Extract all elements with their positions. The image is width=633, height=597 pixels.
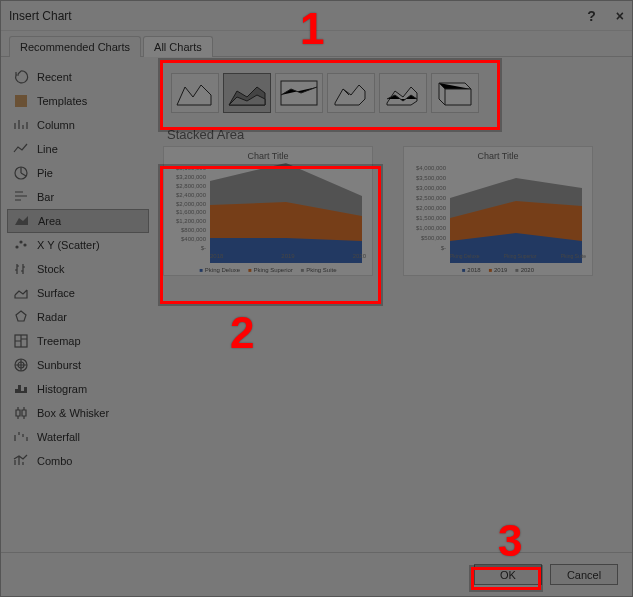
legend: Pking Deluxe Pking Superior Pking Suite bbox=[170, 267, 366, 273]
sidebar-item-sunburst[interactable]: Sunburst bbox=[7, 353, 149, 377]
waterfall-icon bbox=[13, 429, 29, 445]
templates-icon bbox=[13, 93, 29, 109]
sidebar-item-treemap[interactable]: Treemap bbox=[7, 329, 149, 353]
sidebar-item-area[interactable]: Area bbox=[7, 209, 149, 233]
surface-icon bbox=[13, 285, 29, 301]
chart-preview-2-title: Chart Title bbox=[410, 151, 586, 161]
svg-rect-0 bbox=[15, 95, 27, 107]
legend-2: 2018 2019 2020 bbox=[410, 267, 586, 273]
chart-preview-2[interactable]: Chart Title $4,000,000$3,500,000$3,000,0… bbox=[403, 146, 593, 276]
sidebar-item-bar[interactable]: Bar bbox=[7, 185, 149, 209]
subtype-stacked-area[interactable] bbox=[223, 73, 271, 113]
bar-icon bbox=[13, 189, 29, 205]
subtype-100-stacked-area[interactable] bbox=[275, 73, 323, 113]
titlebar: Insert Chart ? × bbox=[1, 1, 632, 31]
sidebar-item-recent[interactable]: Recent bbox=[7, 65, 149, 89]
window-title: Insert Chart bbox=[9, 9, 72, 23]
svg-point-4 bbox=[24, 244, 26, 246]
histogram-icon bbox=[13, 381, 29, 397]
svg-point-2 bbox=[16, 246, 18, 248]
sidebar-item-line[interactable]: Line bbox=[7, 137, 149, 161]
sidebar-item-box-whisker[interactable]: Box & Whisker bbox=[7, 401, 149, 425]
subtype-3d-area[interactable] bbox=[327, 73, 375, 113]
help-icon[interactable]: ? bbox=[587, 8, 596, 24]
sidebar-item-waterfall[interactable]: Waterfall bbox=[7, 425, 149, 449]
sidebar-item-column[interactable]: Column bbox=[7, 113, 149, 137]
tab-all-charts[interactable]: All Charts bbox=[143, 36, 213, 57]
box-whisker-icon bbox=[13, 405, 29, 421]
line-icon bbox=[13, 141, 29, 157]
sidebar-item-templates[interactable]: Templates bbox=[7, 89, 149, 113]
dialog-footer: OK Cancel bbox=[1, 552, 632, 596]
stock-icon bbox=[13, 261, 29, 277]
pie-icon bbox=[13, 165, 29, 181]
chart-preview-1[interactable]: Chart Title $3,600,000$3,200,000$2,800,0… bbox=[163, 146, 373, 276]
sidebar-item-scatter[interactable]: X Y (Scatter) bbox=[7, 233, 149, 257]
sidebar-item-radar[interactable]: Radar bbox=[7, 305, 149, 329]
subtype-heading: Stacked Area bbox=[167, 127, 614, 142]
x-axis-ticks-2: Pking DeluxePking SuperiorPking Suite bbox=[450, 253, 586, 259]
subtype-3d-stacked-area[interactable] bbox=[379, 73, 427, 113]
chart-preview-1-title: Chart Title bbox=[170, 151, 366, 161]
area-icon bbox=[14, 213, 30, 229]
svg-point-3 bbox=[20, 241, 22, 243]
sidebar-item-stock[interactable]: Stock bbox=[7, 257, 149, 281]
treemap-icon bbox=[13, 333, 29, 349]
sidebar-item-surface[interactable]: Surface bbox=[7, 281, 149, 305]
chart-category-sidebar: Recent Templates Column Line Pie Bar bbox=[1, 57, 149, 552]
tab-recommended-charts[interactable]: Recommended Charts bbox=[9, 36, 141, 57]
cancel-button[interactable]: Cancel bbox=[550, 564, 618, 585]
column-icon bbox=[13, 117, 29, 133]
insert-chart-dialog: Insert Chart ? × Recommended Charts All … bbox=[0, 0, 633, 597]
recent-icon bbox=[13, 69, 29, 85]
ok-button[interactable]: OK bbox=[474, 564, 542, 585]
close-icon[interactable]: × bbox=[616, 8, 624, 24]
scatter-icon bbox=[13, 237, 29, 253]
subtype-area[interactable] bbox=[171, 73, 219, 113]
sidebar-item-combo[interactable]: Combo bbox=[7, 449, 149, 473]
sidebar-item-pie[interactable]: Pie bbox=[7, 161, 149, 185]
y-axis-ticks: $3,600,000$3,200,000$2,800,000$2,400,000… bbox=[168, 165, 206, 251]
y-axis-ticks-2: $4,000,000$3,500,000$3,000,000$2,500,000… bbox=[408, 165, 446, 251]
sunburst-icon bbox=[13, 357, 29, 373]
subtype-3d-100-stacked-area[interactable] bbox=[431, 73, 479, 113]
x-axis-ticks: 201820192020 bbox=[210, 253, 366, 259]
chart-subtype-row bbox=[163, 65, 618, 121]
sidebar-item-histogram[interactable]: Histogram bbox=[7, 377, 149, 401]
radar-icon bbox=[13, 309, 29, 325]
combo-icon bbox=[13, 453, 29, 469]
